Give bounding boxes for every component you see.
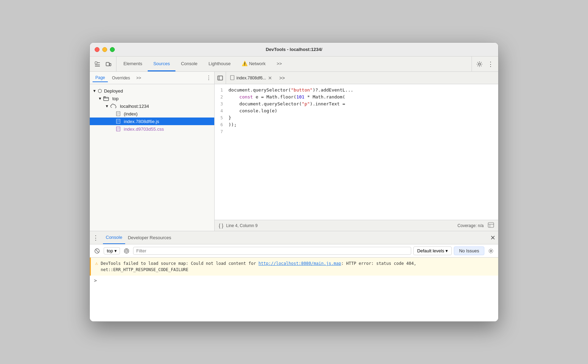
- tree-item-localhost[interactable]: ▼ localhost:1234: [90, 102, 214, 110]
- filter-input[interactable]: [133, 247, 411, 255]
- tree-label-css: index.d9703d55.css: [124, 127, 164, 132]
- pretty-print-icon[interactable]: { }: [219, 223, 223, 228]
- panel-more-options[interactable]: ⋮: [206, 75, 211, 81]
- inspect-element-icon[interactable]: [93, 59, 102, 69]
- console-settings-icon[interactable]: [486, 246, 495, 255]
- folder-icon-top: [103, 96, 109, 101]
- code-tab-js[interactable]: index.7808df6... ✕: [226, 72, 276, 84]
- svg-point-30: [490, 250, 492, 252]
- code-line-3: 3 document.querySelector("p").innerText …: [215, 101, 498, 108]
- svg-rect-23: [488, 223, 494, 227]
- deployed-icon: ⬡: [98, 88, 102, 94]
- tab-network[interactable]: ⚠️ Network: [236, 57, 271, 71]
- traffic-lights: [95, 47, 115, 52]
- console-prompt: >: [90, 276, 498, 285]
- no-issues-button[interactable]: No Issues: [454, 246, 484, 255]
- tree-item-deployed[interactable]: ▼ ⬡ Deployed: [90, 87, 214, 95]
- customize-icon[interactable]: ⋮: [486, 59, 495, 69]
- tab-elements[interactable]: Elements: [118, 57, 148, 71]
- svg-point-28: [124, 249, 129, 253]
- devtools-window: DevTools - localhost:1234/ Ele: [89, 42, 499, 322]
- svg-rect-22: [231, 76, 234, 80]
- tree-toggle-localhost: ▼: [105, 104, 109, 108]
- status-right: Coverage: n/a: [458, 222, 494, 229]
- console-toolbar: top ▾ Default levels ▾ No Issues: [90, 244, 498, 258]
- console-header: ⋮ Console Developer Resources ✕: [90, 231, 498, 244]
- coverage-label: Coverage: n/a: [458, 223, 484, 228]
- css-file-icon: [116, 126, 120, 132]
- svg-rect-20: [218, 76, 223, 80]
- file-icon-index: [116, 111, 120, 116]
- warning-icon: ⚠: [95, 260, 98, 266]
- minimize-button[interactable]: [102, 47, 107, 52]
- code-line-2: 2 const e = Math.floor(101 * Math.random…: [215, 94, 498, 101]
- clear-console-icon[interactable]: [93, 246, 102, 255]
- code-tabs-more[interactable]: >>: [276, 72, 287, 84]
- console-close-icon[interactable]: ✕: [490, 234, 495, 242]
- window-title: DevTools - localhost:1234/: [266, 47, 322, 52]
- maximize-button[interactable]: [110, 47, 115, 52]
- tree-item-top[interactable]: ▼ top: [90, 95, 214, 102]
- panel-tabs: Page Overrides >> ⋮: [90, 72, 214, 84]
- file-tree: ▼ ⬡ Deployed ▼ top: [90, 84, 214, 231]
- no-issues-label: No Issues: [459, 248, 479, 253]
- coverage-icon[interactable]: [488, 222, 494, 229]
- file-panel: Page Overrides >> ⋮ ▼ ⬡ Deployed ▼: [90, 72, 215, 231]
- default-levels-label: Default levels: [417, 248, 444, 253]
- settings-icon[interactable]: [475, 59, 484, 69]
- svg-point-29: [126, 250, 128, 252]
- tree-toggle-deployed: ▼: [93, 89, 96, 93]
- code-tabs: index.7808df6... ✕ >>: [215, 72, 498, 84]
- show-issues-icon[interactable]: [122, 246, 131, 255]
- tree-item-js[interactable]: ▶ index.7808df6e.js: [90, 118, 214, 125]
- tab-lighthouse[interactable]: Lighthouse: [203, 57, 236, 71]
- code-line-1: 1 document.querySelector("button")?.addE…: [215, 87, 498, 94]
- svg-rect-7: [104, 97, 109, 101]
- svg-rect-0: [95, 62, 97, 64]
- main-content: Page Overrides >> ⋮ ▼ ⬡ Deployed ▼: [90, 72, 498, 231]
- cloud-icon: [110, 103, 116, 109]
- panel-tab-overrides[interactable]: Overrides: [109, 74, 133, 82]
- tree-label-js: index.7808df6e.js: [124, 119, 159, 124]
- code-line-5: 5 }: [215, 115, 498, 122]
- tree-item-css[interactable]: ▶ index.d9703d55.css: [90, 125, 214, 133]
- coverage-button[interactable]: Coverage: n/a: [458, 223, 484, 228]
- tab-console[interactable]: Console: [175, 57, 203, 71]
- tree-label-deployed: Deployed: [104, 88, 123, 94]
- status-bar: { } Line 4, Column 9 Coverage: n/a: [215, 220, 498, 231]
- code-tab-file-icon: [230, 75, 234, 80]
- console-panel: ⋮ Console Developer Resources ✕ top ▾: [90, 231, 498, 321]
- tree-item-index[interactable]: ▶ (index): [90, 110, 214, 118]
- tree-label-localhost: localhost:1234: [120, 104, 149, 109]
- default-levels-button[interactable]: Default levels ▾: [413, 246, 452, 255]
- tree-toggle-top: ▼: [98, 96, 102, 101]
- console-warning-message: ⚠ DevTools failed to load source map: Co…: [90, 258, 498, 276]
- top-context-dropdown-icon: ▾: [114, 248, 117, 253]
- svg-line-27: [96, 250, 98, 252]
- console-tab-devres[interactable]: Developer Resources: [125, 231, 174, 244]
- top-context-selector[interactable]: top ▾: [104, 247, 120, 254]
- svg-rect-4: [106, 62, 109, 66]
- close-button[interactable]: [95, 47, 100, 52]
- code-area: 1 document.querySelector("button")?.addE…: [215, 84, 498, 220]
- code-line-4: 4 console.log(e): [215, 108, 498, 115]
- tab-sources[interactable]: Sources: [148, 57, 175, 71]
- console-output: ⚠ DevTools failed to load source map: Co…: [90, 258, 498, 321]
- device-toggle-icon[interactable]: [104, 59, 113, 69]
- console-more-icon[interactable]: ⋮: [93, 234, 99, 242]
- sidebar-toggle-icon[interactable]: [215, 72, 226, 84]
- title-bar: DevTools - localhost:1234/: [90, 43, 498, 57]
- warning-text: DevTools failed to load source map: Coul…: [101, 260, 494, 273]
- network-warning-icon: ⚠️: [242, 61, 248, 66]
- default-levels-dropdown-icon: ▾: [446, 248, 448, 253]
- toolbar-icons: [93, 57, 116, 71]
- panel-tab-page[interactable]: Page: [93, 74, 108, 82]
- code-tab-close-icon[interactable]: ✕: [268, 75, 272, 81]
- prompt-arrow-icon: >: [94, 278, 97, 283]
- code-tab-label: index.7808df6...: [236, 76, 266, 80]
- console-tab-console[interactable]: Console: [103, 231, 125, 244]
- panel-tab-more[interactable]: >>: [134, 75, 143, 81]
- warning-link[interactable]: http://localhost:8080/main.js.map: [259, 261, 341, 266]
- status-left: { } Line 4, Column 9: [219, 223, 258, 228]
- tab-more[interactable]: >>: [271, 57, 287, 71]
